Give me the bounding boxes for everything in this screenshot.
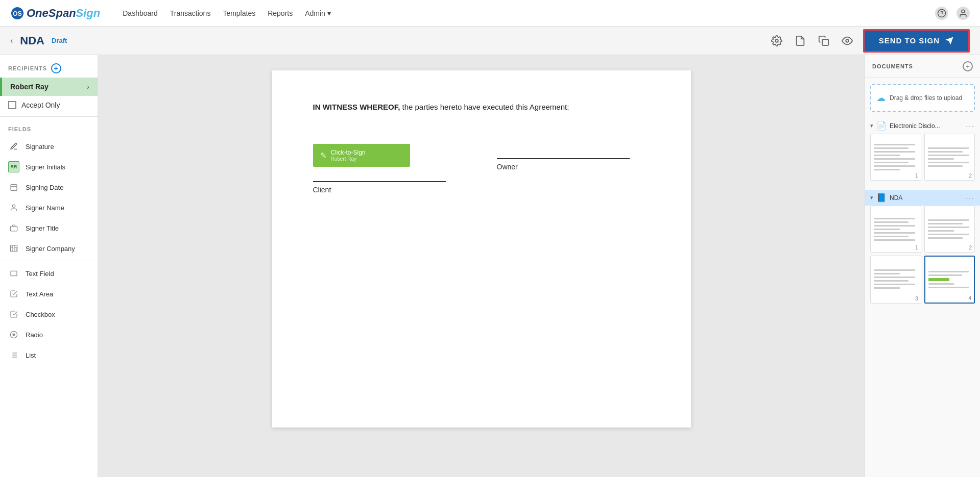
send-to-sign-button[interactable]: SEND TO SIGN [863,29,970,53]
svg-text:OS: OS [13,10,21,17]
field-radio[interactable]: Radio [0,324,98,345]
doc-group-nda-header[interactable]: ▾ 📘 NDA ··· [865,190,980,206]
sub-header: ‹ NDA Draft SEND TO SIGN [0,27,980,55]
doc-group-nda: ▾ 📘 NDA ··· 1 [865,190,980,309]
field-signer-initials[interactable]: RR Signer Initials [0,157,98,177]
eye-icon[interactable] [840,33,855,48]
field-list[interactable]: List [0,345,98,365]
help-icon[interactable] [935,7,948,20]
main-layout: RECIPIENTS + Robert Ray › Accept Only FI… [0,55,980,477]
svg-rect-14 [10,227,17,231]
user-profile-icon[interactable] [957,7,970,20]
doc-chevron-icon: ▾ [870,122,873,129]
doc-file-nda-icon: 📘 [876,193,887,203]
radio-icon [8,329,19,340]
signature-icon [8,141,19,152]
doc-group-electronic: ▾ 📄 Electronic Disclo... ··· [865,118,980,186]
nav-links: Dashboard Transactions Templates Reports… [123,9,331,17]
doc-chevron-nda-icon: ▾ [870,194,873,201]
thumb-page-num: 2 [969,173,972,179]
doc-thumb-nda-4[interactable]: 4 [924,256,975,304]
documents-header: DOCUMENTS + [865,55,980,78]
svg-rect-16 [11,271,17,275]
pen-icon: ✎ [320,151,327,160]
logo[interactable]: OS OneSpanSign [10,6,100,20]
doc-group-electronic-header[interactable]: ▾ 📄 Electronic Disclo... ··· [865,118,980,134]
svg-rect-15 [10,245,17,252]
signer-title-label: Signer Title [26,224,59,232]
nav-admin[interactable]: Admin ▾ [305,9,331,17]
documents-title: DOCUMENTS [872,63,960,69]
text-field-label: Text Field [26,270,54,278]
nav-dashboard[interactable]: Dashboard [123,9,158,17]
list-label: List [26,352,36,359]
list-icon [8,349,19,361]
right-panel: DOCUMENTS + ☁ Drag & drop files to uploa… [865,55,980,477]
nav-transactions[interactable]: Transactions [170,9,211,17]
field-text-field[interactable]: Text Field [0,263,98,284]
signing-date-icon [8,182,19,193]
field-text-area[interactable]: Text Area [0,284,98,304]
sub-header-icons: SEND TO SIGN [769,29,970,53]
sig-block-label: Click-to-Sign [331,149,366,156]
add-recipient-button[interactable]: + [51,63,61,73]
doc-thumb-nda-2[interactable]: 2 [924,206,975,253]
doc-title: NDA [20,34,44,47]
click-to-sign-block[interactable]: ✎ Click-to-Sign Robert Ray [313,144,410,167]
doc-body-text: IN WITNESS WHEREOF, the parties hereto h… [313,101,650,113]
sidebar-divider-2 [0,261,98,261]
doc-menu-electronic[interactable]: ··· [966,122,975,130]
field-signing-date[interactable]: Signing Date [0,177,98,197]
draft-badge: Draft [52,37,67,44]
add-document-button[interactable]: + [963,61,973,71]
signing-date-label: Signing Date [26,184,63,191]
sig-line-owner [497,158,630,159]
signature-col-client: ✎ Click-to-Sign Robert Ray Client [313,144,466,194]
field-signer-title[interactable]: Signer Title [0,218,98,238]
checkbox-icon [8,309,19,320]
nav-right [935,7,970,20]
doc-menu-nda[interactable]: ··· [966,194,975,202]
field-checkbox[interactable]: Checkbox [0,304,98,324]
svg-point-4 [962,10,965,13]
doc-file-icon: 📄 [876,121,887,131]
signature-col-owner: Owner [497,144,650,194]
svg-rect-9 [11,185,17,191]
field-signer-company[interactable]: Signer Company [0,238,98,259]
signature-row: ✎ Click-to-Sign Robert Ray Client Owner [313,144,650,194]
signer-company-label: Signer Company [26,245,75,253]
sidebar-divider [0,116,98,117]
document-icon[interactable] [793,33,808,48]
signer-company-icon [8,243,19,254]
accept-only-row[interactable]: Accept Only [0,96,98,114]
settings-icon[interactable] [769,33,784,48]
nav-templates[interactable]: Templates [223,9,255,17]
recipients-section-title: RECIPIENTS + [0,55,98,78]
field-signer-name[interactable]: Signer Name [0,197,98,218]
thumb-page-num: 1 [915,173,918,179]
thumb-page-num: 1 [915,245,918,250]
doc-thumb-nda-1[interactable]: 1 [870,206,921,253]
back-arrow-icon: ‹ [10,36,13,45]
doc-thumb-electronic-2[interactable]: 2 [924,134,975,181]
doc-thumb-nda-3[interactable]: 3 [870,256,921,304]
accept-only-checkbox[interactable] [8,101,16,109]
sig-role-owner: Owner [497,163,518,171]
copy-icon[interactable] [816,33,831,48]
signer-name-icon [8,202,19,213]
doc-filename-electronic: Electronic Disclo... [890,122,963,130]
nav-reports[interactable]: Reports [268,9,293,17]
sig-role-client: Client [313,186,331,194]
thumb-page-num: 4 [968,295,971,301]
doc-thumbnails-nda: 1 2 [865,206,980,309]
signature-field-label: Signature [26,143,54,150]
field-signature[interactable]: Signature [0,136,98,157]
doc-thumb-electronic-1[interactable]: 1 [870,134,921,181]
signer-initials-badge: RR [8,161,19,172]
back-button[interactable]: ‹ NDA [10,34,44,47]
signer-name-label: Signer Name [26,204,64,212]
upload-zone[interactable]: ☁ Drag & drop files to upload [870,84,975,112]
doc-thumbnails-electronic: 1 2 [865,134,980,186]
recipient-item-robert-ray[interactable]: Robert Ray › [0,78,98,96]
text-field-icon [8,268,19,279]
